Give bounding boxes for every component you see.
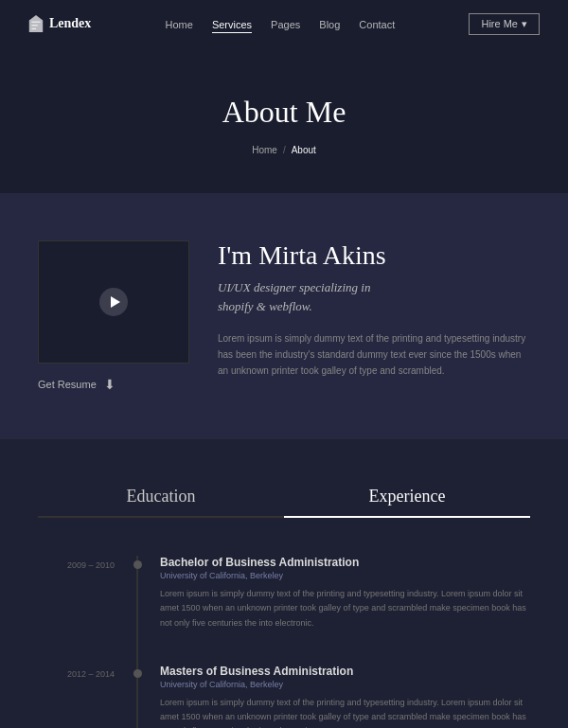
entry-desc-1: Lorem ipsum is simply dummy text of the … (160, 587, 530, 630)
video-card: Get Resume ⬇ (38, 240, 189, 392)
download-icon: ⬇ (104, 377, 115, 392)
logo[interactable]: Lendex (28, 15, 91, 32)
entry-uni-1: University of California, Berkeley (160, 571, 530, 580)
education-entry-1: 2009 – 2010 Bachelor of Business Adminis… (38, 556, 530, 630)
timeline: 2009 – 2010 Bachelor of Business Adminis… (38, 556, 530, 728)
entry-title-2: Masters of Business Administration (160, 665, 530, 678)
breadcrumb: Home / About (19, 145, 549, 155)
resume-section: Education Experience 2009 – 2010 Bachelo… (0, 439, 568, 728)
timeline-dot-2 (133, 669, 142, 678)
breadcrumb-separator: / (283, 145, 286, 155)
nav-item-pages[interactable]: Pages (271, 15, 300, 32)
get-resume-button[interactable]: Get Resume ⬇ (38, 377, 115, 392)
entry-content-2: Masters of Business Administration Unive… (147, 665, 530, 728)
hire-me-button[interactable]: Hire Me ▾ (469, 13, 540, 35)
entry-line-1 (128, 556, 147, 630)
resume-tabs: Education Experience (38, 487, 530, 518)
video-thumbnail (38, 240, 189, 364)
about-text: I'm Mirta Akins UI/UX designer specializ… (218, 240, 530, 379)
entry-date-1: 2009 – 2010 (38, 556, 128, 630)
entry-date-2: 2012 – 2014 (38, 665, 128, 728)
play-button[interactable] (99, 288, 128, 316)
breadcrumb-home[interactable]: Home (252, 145, 277, 155)
tab-education[interactable]: Education (38, 487, 284, 518)
about-name: I'm Mirta Akins (218, 240, 530, 271)
page-title: About Me (19, 95, 549, 130)
logo-icon (28, 15, 44, 32)
nav-item-services[interactable]: Services (212, 15, 252, 32)
about-bio: Lorem ipsum is simply dummy text of the … (218, 330, 530, 379)
entry-line-2 (128, 665, 147, 728)
dropdown-icon: ▾ (522, 18, 527, 30)
breadcrumb-current: About (292, 145, 316, 155)
entry-desc-2: Lorem ipsum is simply dummy text of the … (160, 696, 530, 728)
tab-experience[interactable]: Experience (284, 487, 530, 518)
education-entry-2: 2012 – 2014 Masters of Business Administ… (38, 665, 530, 728)
entry-title-1: Bachelor of Business Administration (160, 556, 530, 569)
entry-uni-2: University of California, Berkeley (160, 680, 530, 689)
about-tagline: UI/UX designer specializing inshopify & … (218, 278, 530, 315)
logo-text: Lendex (49, 16, 91, 31)
timeline-line-1 (136, 556, 138, 665)
about-section: Get Resume ⬇ I'm Mirta Akins UI/UX desig… (0, 193, 568, 439)
nav-links: Home Services Pages Blog Contact (166, 15, 396, 32)
timeline-dot-1 (133, 560, 142, 569)
entry-content-1: Bachelor of Business Administration Univ… (147, 556, 530, 630)
hero-banner: About Me Home / About (0, 47, 568, 193)
nav-item-home[interactable]: Home (166, 15, 193, 32)
nav-item-blog[interactable]: Blog (319, 15, 340, 32)
navbar: Lendex Home Services Pages Blog Contact … (0, 0, 568, 47)
nav-item-contact[interactable]: Contact (359, 15, 395, 32)
